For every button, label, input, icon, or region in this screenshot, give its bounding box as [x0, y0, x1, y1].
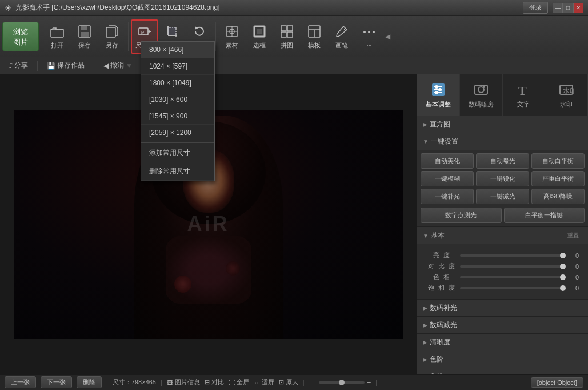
tool-save[interactable]: 保存	[71, 19, 98, 54]
login-button[interactable]: 登录	[523, 2, 548, 14]
hue-slider[interactable]	[460, 276, 563, 278]
status-bar: 上一张 下一张 删除 | 尺寸：798×465 | 🖼 图片信息 ⊞ 对比 ⛶ …	[0, 374, 588, 390]
size-label: 尺寸：798×465	[113, 378, 156, 387]
tool-border-label: 边框	[253, 41, 266, 50]
size-delete-option[interactable]: 删除常用尺寸	[141, 162, 214, 181]
minimize-button[interactable]: —	[553, 3, 563, 13]
histogram-section[interactable]: ▶ 直方图	[417, 116, 588, 133]
basic-sliders: 亮 度 0 对 比 度 0 色 相	[417, 244, 588, 299]
basic-header[interactable]: ▼ 基本 重置	[417, 227, 588, 244]
svg-point-35	[435, 91, 438, 94]
main-area: AiR 基本调整 数码暗房 T	[0, 74, 588, 374]
zoom-minus-button[interactable]: —	[309, 378, 317, 387]
image-info-button[interactable]: 🖼 图片信息	[167, 378, 200, 387]
btn-reduce-light[interactable]: 一键减光	[476, 189, 529, 204]
tab-watermark[interactable]: 水印 水印	[545, 74, 588, 116]
svg-point-29	[363, 31, 366, 33]
digital-fill-section[interactable]: ▶ 数码补光	[417, 300, 588, 317]
zoom-track[interactable]	[319, 381, 365, 384]
save-action-icon: 💾	[47, 62, 55, 70]
next-button[interactable]: 下一张	[41, 376, 72, 388]
svg-rect-20	[257, 29, 262, 34]
action-sep-2	[94, 61, 94, 71]
twokey-grid: 数字点测光 白平衡一指键	[417, 208, 588, 226]
contrast-thumb[interactable]	[560, 264, 566, 269]
tab-text[interactable]: T 文字	[503, 74, 546, 116]
browse-button[interactable]: 浏览图片	[2, 22, 39, 51]
btn-auto-wb[interactable]: 自动白平衡	[531, 153, 585, 169]
svg-text:水印: 水印	[563, 87, 574, 95]
digital-reduce-section[interactable]: ▶ 数码减光	[417, 317, 588, 334]
tab-basic-adjust[interactable]: 基本调整	[417, 74, 460, 116]
tool-open[interactable]: 打开	[43, 19, 71, 54]
expand-button[interactable]: [object Object]	[531, 377, 583, 388]
tool-saveas[interactable]: 另存	[98, 19, 126, 54]
tool-puzzle[interactable]: 拼图	[273, 19, 301, 54]
btn-onekey-sharp[interactable]: 一键锐化	[476, 171, 529, 186]
svg-point-38	[483, 86, 485, 88]
btn-fill-light[interactable]: 一键补光	[421, 189, 474, 204]
svg-point-33	[435, 85, 438, 89]
prev-button[interactable]: 上一张	[5, 376, 36, 388]
digital-darkroom-icon	[473, 82, 489, 98]
fitscreen-button[interactable]: ↔ 适屏	[254, 378, 274, 387]
digital-fill-label: 数码补光	[430, 303, 457, 313]
tool-brush[interactable]: 画笔	[328, 19, 355, 54]
btn-onekey-blur[interactable]: 一键模糊	[421, 171, 474, 186]
tool-material[interactable]: 素材	[218, 19, 246, 54]
compare-button[interactable]: ⊞ 对比	[205, 378, 224, 387]
tool-more[interactable]: ···	[355, 19, 383, 54]
toolbar: 浏览图片 打开 保存 另存 尺 尺寸 ▼	[0, 16, 588, 57]
brightness-thumb[interactable]	[560, 253, 566, 258]
btn-auto-beautify[interactable]: 自动美化	[421, 153, 474, 169]
size-option-4[interactable]: [1545] × 900	[141, 108, 214, 125]
zoom-thumb[interactable]	[339, 380, 345, 385]
tool-material-label: 素材	[226, 41, 238, 50]
tab-digital-darkroom[interactable]: 数码暗房	[460, 74, 503, 116]
size-dropdown-sep	[141, 142, 214, 143]
svg-rect-23	[281, 32, 286, 37]
reset-button[interactable]: 重置	[564, 230, 582, 241]
tool-template[interactable]: 模板	[301, 19, 328, 54]
share-button[interactable]: ⤴ 分享	[5, 59, 33, 72]
levels-section[interactable]: ▶ 色阶	[417, 351, 588, 368]
more-icon	[361, 24, 377, 40]
hue-thumb[interactable]	[560, 274, 566, 280]
size-option-1[interactable]: 1024 × [597]	[141, 58, 214, 75]
size-option-0[interactable]: 800 × [466]	[141, 42, 214, 58]
btn-high-iso[interactable]: 高ISO降噪	[531, 189, 585, 204]
original-size-button[interactable]: ⊡ 原大	[279, 378, 298, 387]
fullscreen-icon: ⛶	[229, 379, 235, 386]
zoom-plus-button[interactable]: +	[367, 378, 371, 387]
hue-label: 色 相	[426, 273, 458, 281]
restore-button[interactable]: □	[563, 3, 573, 13]
saturation-thumb[interactable]	[560, 285, 566, 291]
close-button[interactable]: ✕	[573, 3, 583, 13]
sharpness-section[interactable]: ▶ 清晰度	[417, 334, 588, 351]
btn-auto-expose[interactable]: 自动曝光	[476, 153, 529, 169]
brush-icon	[334, 23, 350, 39]
btn-wb-finger[interactable]: 白平衡一指键	[504, 208, 585, 223]
btn-serious-wb[interactable]: 严重白平衡	[531, 171, 585, 186]
histogram-arrow: ▶	[423, 121, 427, 128]
tool-brush-label: 画笔	[335, 41, 348, 50]
saturation-slider[interactable]	[460, 287, 563, 289]
tool-border[interactable]: 边框	[246, 19, 273, 54]
expand-area: [object Object]	[531, 377, 583, 388]
save-action-button[interactable]: 💾 保存作品	[42, 59, 89, 72]
size-option-3[interactable]: [1030] × 600	[141, 91, 214, 108]
delete-button[interactable]: 删除	[77, 376, 102, 388]
contrast-slider[interactable]	[460, 265, 563, 268]
size-option-2[interactable]: 1800 × [1049]	[141, 75, 214, 91]
btn-digital-spot[interactable]: 数字点测光	[421, 208, 502, 223]
tool-save-label: 保存	[78, 41, 91, 50]
onekey-header[interactable]: ▼ 一键设置	[417, 133, 588, 150]
brightness-slider[interactable]	[460, 254, 563, 257]
undo-button[interactable]: ◀ 撤消 ▼	[99, 59, 137, 72]
toolbar-collapse[interactable]: ◀	[385, 33, 390, 41]
size-option-5[interactable]: [2059] × 1200	[141, 125, 214, 141]
curve-section[interactable]: ▶ 曲线	[417, 368, 588, 374]
tab-watermark-label: 水印	[560, 100, 573, 109]
size-add-option[interactable]: 添加常用尺寸	[141, 144, 214, 162]
fullscreen-button[interactable]: ⛶ 全屏	[229, 378, 249, 387]
